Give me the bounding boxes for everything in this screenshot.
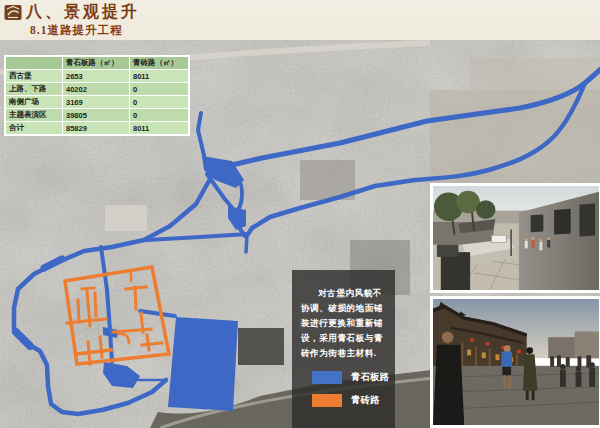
brick-routes <box>65 267 169 364</box>
photo-street-daytime <box>430 183 600 293</box>
table-header-row: 青石板路（㎡） 青砖路（㎡） <box>6 57 188 69</box>
table-header-stone: 青石板路（㎡） <box>63 57 129 69</box>
row-stone-value: 2653 <box>63 70 129 82</box>
row-brick-value: 8011 <box>130 70 188 82</box>
slide-header: 八、景观提升 8.1道路提升工程 <box>0 0 600 40</box>
table-row: 上路、下路 40202 0 <box>6 83 188 95</box>
legend-item-brick: 青砖路 <box>312 394 395 407</box>
photo-street-daytime-art <box>433 186 599 290</box>
row-stone-value: 39805 <box>63 109 129 121</box>
row-label: 合计 <box>6 122 62 134</box>
stone-slab-areas <box>103 156 246 411</box>
row-label: 西古堡 <box>6 70 62 82</box>
legend-swatch-orange <box>312 394 342 407</box>
seal-icon <box>4 3 22 21</box>
table-row: 西古堡 2653 8011 <box>6 70 188 82</box>
row-stone-value: 3169 <box>63 96 129 108</box>
table-row: 主题表演区 39805 0 <box>6 109 188 121</box>
row-brick-value: 0 <box>130 109 188 121</box>
page-subtitle: 8.1道路提升工程 <box>30 23 122 38</box>
photo-street-evening <box>430 296 600 428</box>
slide: 青石板路（㎡） 青砖路（㎡） 西古堡 2653 8011 上路、下路 40202… <box>0 0 600 428</box>
row-brick-value: 0 <box>130 96 188 108</box>
page-title: 八、景观提升 <box>26 2 140 23</box>
table-header-brick: 青砖路（㎡） <box>130 57 188 69</box>
info-panel: 对古堡内风貌不协调、破损的地面铺装进行更换和重新铺设，采用青石板与青砖作为街巷主… <box>292 270 395 428</box>
table-row: 南侧广场 3169 0 <box>6 96 188 108</box>
row-brick-value: 0 <box>130 83 188 95</box>
area-table: 青石板路（㎡） 青砖路（㎡） 西古堡 2653 8011 上路、下路 40202… <box>5 56 189 135</box>
legend-label: 青石板路 <box>351 371 389 384</box>
table-header-empty <box>6 57 62 69</box>
legend-label: 青砖路 <box>351 394 380 407</box>
photo-street-evening-art <box>433 299 599 425</box>
row-label: 上路、下路 <box>6 83 62 95</box>
row-label: 主题表演区 <box>6 109 62 121</box>
plaza-area <box>168 317 238 411</box>
row-label: 南侧广场 <box>6 96 62 108</box>
row-brick-value: 8011 <box>130 122 188 134</box>
legend-item-stone: 青石板路 <box>312 371 395 384</box>
row-stone-value: 85829 <box>63 122 129 134</box>
row-stone-value: 40202 <box>63 83 129 95</box>
description-text: 对古堡内风貌不协调、破损的地面铺装进行更换和重新铺设，采用青石板与青砖作为街巷主… <box>301 286 386 361</box>
legend-swatch-blue <box>312 371 342 384</box>
table-total-row: 合计 85829 8011 <box>6 122 188 134</box>
